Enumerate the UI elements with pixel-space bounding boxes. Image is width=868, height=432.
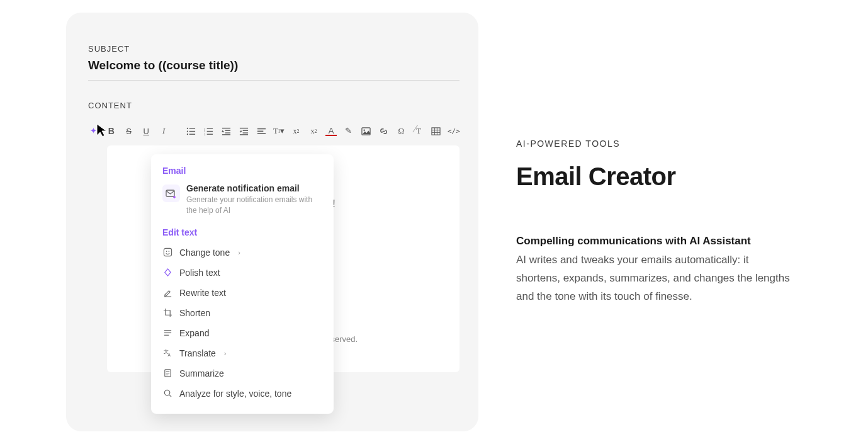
svg-rect-1 [189,128,195,128]
crop-icon [162,308,172,318]
svg-rect-11 [207,134,213,134]
text-style-button[interactable]: TI▾ [273,125,285,137]
clear-format-button[interactable]: T⁄ [413,125,424,137]
eyebrow-text: AI-POWERED TOOLS [516,139,793,149]
svg-rect-19 [240,134,248,135]
underline-button[interactable]: U [140,125,152,137]
text-color-button[interactable]: A [325,126,337,136]
chevron-right-icon: › [238,249,240,256]
svg-rect-20 [257,128,265,129]
editor-toolbar: ✦ B S U I 123 TI▾ x2 x2 A ✎ Ω T⁄ </> [88,123,459,139]
menu-label: Shorten [179,308,210,318]
menu-label: Polish text [179,268,220,278]
svg-text:3: 3 [204,133,206,136]
pencil-line-icon [162,288,172,298]
svg-rect-18 [242,132,247,133]
menu-label: Summarize [179,368,224,378]
svg-text:A: A [167,353,171,357]
ai-dropdown-menu: Email Generate notification email Genera… [151,154,334,414]
analyze-item[interactable]: Analyze for style, voice, tone [151,384,334,404]
polish-text-item[interactable]: Polish text [151,263,334,283]
outdent-button[interactable] [221,125,232,137]
menu-label: Analyze for style, voice, tone [179,389,291,399]
gen-email-sub: Generate your notification emails with t… [186,195,322,216]
gen-email-title: Generate notification email [186,183,322,193]
content-label: CONTENT [88,101,459,110]
svg-point-32 [166,251,167,252]
feature-copy: AI-POWERED TOOLS Email Creator Compellin… [478,0,831,432]
svg-rect-9 [207,130,213,131]
menu-label: Change tone [179,247,230,258]
generate-email-item[interactable]: Generate notification email Generate you… [151,181,334,224]
subhead-text: Compelling communications with AI Assist… [516,235,793,247]
svg-point-0 [187,127,188,128]
email-editor-card: SUBJECT Welcome to ((course title)) CONT… [66,13,478,431]
translate-item[interactable]: 文A Translate › [151,343,334,363]
svg-rect-13 [225,130,230,130]
table-button[interactable] [431,125,442,137]
svg-rect-3 [189,130,195,131]
highlight-button[interactable]: ✎ [343,125,354,137]
svg-point-2 [187,130,188,132]
link-button[interactable] [378,125,390,137]
change-tone-item[interactable]: Change tone › [151,242,334,263]
svg-rect-14 [225,132,230,133]
svg-point-24 [364,129,365,130]
envelope-sparkle-icon [162,185,180,202]
svg-point-33 [168,251,169,252]
diamond-icon [162,268,172,278]
expand-lines-icon [162,328,172,338]
menu-edit-header: Edit text [151,224,334,242]
cursor-icon [96,123,108,140]
svg-rect-5 [189,134,195,134]
superscript-button[interactable]: x2 [291,125,302,137]
subject-input[interactable]: Welcome to ((course title)) [88,59,459,81]
ordered-list-button[interactable]: 123 [203,125,215,137]
subject-label: SUBJECT [88,44,459,54]
italic-button[interactable]: I [158,125,169,137]
svg-rect-21 [257,130,262,132]
svg-point-44 [164,390,169,395]
expand-item[interactable]: Expand [151,323,334,343]
menu-email-header: Email [151,164,334,181]
summarize-item[interactable]: Summarize [151,363,334,384]
svg-rect-17 [242,130,247,130]
body-text: AI writes and tweaks your emails automat… [516,251,793,306]
align-button[interactable] [256,125,267,137]
svg-rect-7 [207,128,213,128]
svg-rect-22 [257,133,265,134]
indent-button[interactable] [238,125,249,137]
shorten-item[interactable]: Shorten [151,303,334,323]
screenshot-panel: SUBJECT Welcome to ((course title)) CONT… [0,0,478,432]
svg-rect-16 [240,127,248,128]
headline-text: Email Creator [516,162,793,191]
special-char-button[interactable]: Ω [395,125,407,137]
unordered-list-button[interactable] [186,125,197,137]
svg-rect-15 [222,134,230,135]
magnify-icon [162,389,172,399]
svg-rect-12 [222,127,230,128]
chevron-right-icon: › [224,350,227,357]
svg-rect-30 [166,190,174,196]
svg-rect-25 [432,127,440,134]
menu-label: Rewrite text [179,288,226,298]
smile-icon [162,247,172,258]
document-icon [162,368,172,378]
svg-rect-31 [164,249,171,256]
translate-icon: 文A [162,348,172,358]
code-button[interactable]: </> [448,125,459,137]
svg-line-45 [169,395,171,397]
svg-point-4 [187,134,188,135]
menu-label: Expand [179,328,209,338]
image-button[interactable] [361,125,372,137]
subscript-button[interactable]: x2 [308,125,320,137]
rewrite-text-item[interactable]: Rewrite text [151,283,334,303]
menu-label: Translate [179,348,216,358]
strikethrough-button[interactable]: S [123,125,135,137]
